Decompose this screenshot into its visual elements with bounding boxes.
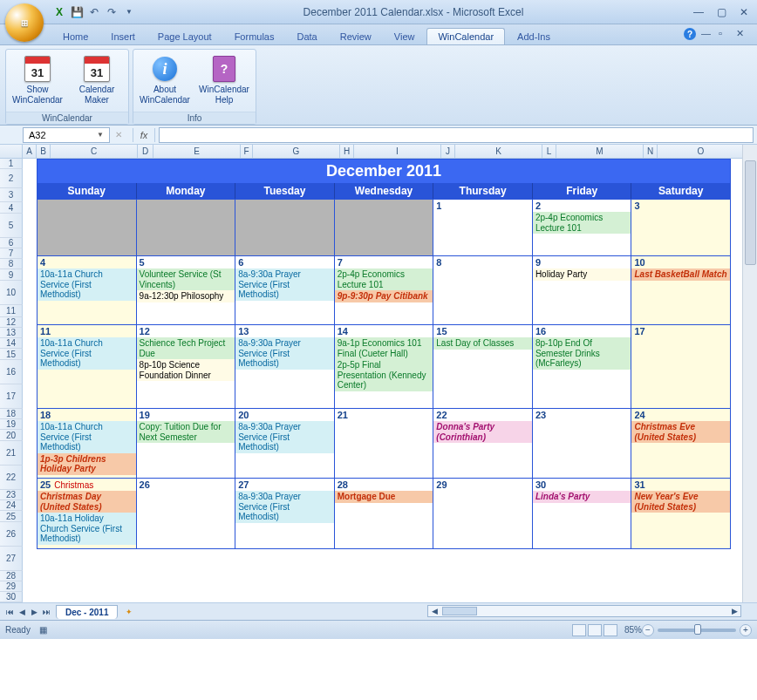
- calendar-day[interactable]: 22 Donna's Party (Corinthian): [433, 409, 533, 478]
- calendar-day[interactable]: 24 Christmas Eve (United States): [631, 409, 730, 478]
- column-header[interactable]: O: [658, 145, 745, 158]
- calendar-event[interactable]: Christmas Day (United States): [38, 491, 136, 513]
- row-header[interactable]: 27: [0, 547, 23, 571]
- redo-icon[interactable]: ↷: [105, 5, 119, 19]
- calendar-day[interactable]: 138a-9:30a Prayer Service (First Methodi…: [235, 325, 335, 408]
- row-header[interactable]: 12: [0, 317, 23, 328]
- close-button[interactable]: ✕: [736, 6, 752, 18]
- qat-dropdown-icon[interactable]: ▼: [122, 5, 136, 19]
- calendar-day[interactable]: [38, 200, 137, 255]
- calendar-day[interactable]: [335, 200, 434, 255]
- row-header[interactable]: 24: [0, 500, 23, 511]
- calendar-day[interactable]: 72p-4p Economics Lecture 1019p-9:30p Pay…: [335, 256, 434, 324]
- calendar-event[interactable]: Last BasketBall Match: [631, 268, 730, 281]
- row-header[interactable]: 7: [0, 248, 23, 259]
- row-header[interactable]: 22: [0, 466, 23, 490]
- calendar-event[interactable]: 10a-11a Church Service (First Methodist): [38, 337, 136, 370]
- row-header[interactable]: 3: [0, 188, 23, 202]
- calendar-event[interactable]: Copy: Tuition Due for Next Semester: [137, 421, 235, 443]
- calendar-event[interactable]: Volunteer Service (St Vincents): [137, 268, 235, 290]
- column-header[interactable]: J: [441, 145, 455, 158]
- column-header[interactable]: C: [51, 145, 138, 158]
- row-header[interactable]: 11: [0, 305, 23, 317]
- calendar-event[interactable]: New Year's Eve (United States): [631, 491, 730, 513]
- column-header[interactable]: D: [138, 145, 153, 158]
- scroll-right-icon[interactable]: ▶: [728, 605, 740, 617]
- calendar-day[interactable]: 10Last BasketBall Match: [631, 256, 730, 324]
- save-icon[interactable]: 💾: [70, 5, 84, 19]
- row-header[interactable]: 9: [0, 269, 23, 281]
- macro-icon[interactable]: ▦: [39, 625, 47, 635]
- row-header[interactable]: 2: [0, 169, 23, 188]
- row-header[interactable]: 1: [0, 159, 23, 169]
- row-header[interactable]: 26: [0, 522, 23, 547]
- office-button[interactable]: ⊞: [5, 3, 44, 42]
- calendar-event[interactable]: 10a-11a Holiday Church Service (First Me…: [38, 513, 136, 545]
- new-sheet-icon[interactable]: ✦: [123, 606, 135, 618]
- calendar-day[interactable]: 26: [137, 479, 236, 548]
- tab-wincalendar[interactable]: WinCalendar: [426, 28, 505, 44]
- cancel-icon[interactable]: ✕: [110, 130, 127, 139]
- calendar-event[interactable]: 9a-12:30p Philosophy: [137, 290, 235, 302]
- column-header[interactable]: G: [253, 145, 340, 158]
- calendar-day[interactable]: 21: [335, 409, 434, 478]
- zoom-level[interactable]: 85%: [624, 625, 642, 635]
- calendar-day[interactable]: 278a-9:30a Prayer Service (First Methodi…: [235, 479, 335, 548]
- calendar-day[interactable]: 9Holiday Party: [533, 256, 632, 324]
- tab-formulas[interactable]: Formulas: [224, 29, 285, 44]
- column-header[interactable]: E: [153, 145, 241, 158]
- row-header[interactable]: 8: [0, 259, 23, 269]
- tab-view[interactable]: View: [384, 29, 426, 44]
- select-all-corner[interactable]: [0, 145, 23, 158]
- calendar-event[interactable]: Donna's Party (Corinthian): [433, 421, 532, 443]
- column-header[interactable]: M: [556, 145, 644, 158]
- zoom-in-button[interactable]: +: [740, 624, 752, 636]
- normal-view-button[interactable]: [572, 624, 586, 636]
- row-header[interactable]: 30: [0, 592, 23, 602]
- calendar-event[interactable]: Schience Tech Project Due: [137, 337, 235, 359]
- calendar-day[interactable]: 149a-1p Economics 101 Final (Cueter Hall…: [335, 325, 434, 408]
- tab-home[interactable]: Home: [52, 29, 99, 44]
- minimize-button[interactable]: —: [691, 6, 706, 18]
- row-header[interactable]: 20: [0, 430, 23, 441]
- calendar-event[interactable]: 8a-9:30a Prayer Service (First Methodist…: [235, 421, 334, 453]
- calendar-event[interactable]: Holiday Party: [533, 268, 631, 281]
- calendar-day[interactable]: 19 Copy: Tuition Due for Next Semester: [137, 409, 236, 478]
- fx-label[interactable]: fx: [133, 128, 155, 142]
- calendar-event[interactable]: Linda's Party: [533, 491, 631, 503]
- row-header[interactable]: 18: [0, 409, 23, 419]
- vertical-scrollbar[interactable]: [742, 145, 757, 602]
- calendar-event[interactable]: 8a-9:30a Prayer Service (First Methodist…: [235, 491, 334, 523]
- maximize-button[interactable]: ▢: [713, 6, 729, 18]
- row-header[interactable]: 28: [0, 571, 23, 581]
- calendar-day[interactable]: 168p-10p End Of Semester Drinks (McFarle…: [533, 325, 632, 408]
- calendar-day[interactable]: 1110a-11a Church Service (First Methodis…: [38, 325, 137, 408]
- column-header[interactable]: A: [23, 145, 37, 158]
- calendar-day[interactable]: 68a-9:30a Prayer Service (First Methodis…: [235, 256, 335, 324]
- tab-data[interactable]: Data: [286, 29, 327, 44]
- calendar-event[interactable]: 8a-9:30a Prayer Service (First Methodist…: [235, 268, 334, 301]
- calendar-day[interactable]: 5 Volunteer Service (St Vincents)9a-12:3…: [137, 256, 236, 324]
- calendar-day[interactable]: 25Christmas Christmas Day (United States…: [38, 479, 137, 548]
- row-header[interactable]: 6: [0, 238, 23, 248]
- show-wincalendar-button[interactable]: 31 Show WinCalendar: [11, 53, 64, 108]
- tab-nav-last-icon[interactable]: ⏭: [40, 606, 52, 618]
- calendar-day[interactable]: 28Mortgage Due: [335, 479, 434, 548]
- column-header[interactable]: I: [354, 145, 441, 158]
- row-header[interactable]: 23: [0, 490, 23, 500]
- calendar-event[interactable]: Mortgage Due: [335, 491, 433, 503]
- calendar-day[interactable]: 29: [433, 479, 533, 548]
- calendar-day[interactable]: [137, 200, 236, 255]
- row-header[interactable]: 29: [0, 581, 23, 592]
- tab-review[interactable]: Review: [330, 29, 382, 44]
- calendar-event[interactable]: Christmas Eve (United States): [631, 421, 730, 443]
- calendar-day[interactable]: 23: [533, 409, 632, 478]
- row-header[interactable]: 5: [0, 214, 23, 238]
- about-wincalendar-button[interactable]: i About WinCalendar: [139, 53, 191, 108]
- page-break-view-button[interactable]: [604, 624, 617, 636]
- calendar-event[interactable]: Last Day of Classes: [433, 337, 532, 350]
- calendar-day[interactable]: [235, 200, 335, 255]
- tab-add-ins[interactable]: Add-Ins: [507, 29, 561, 44]
- formula-bar[interactable]: [159, 127, 754, 143]
- row-header[interactable]: 14: [0, 338, 23, 349]
